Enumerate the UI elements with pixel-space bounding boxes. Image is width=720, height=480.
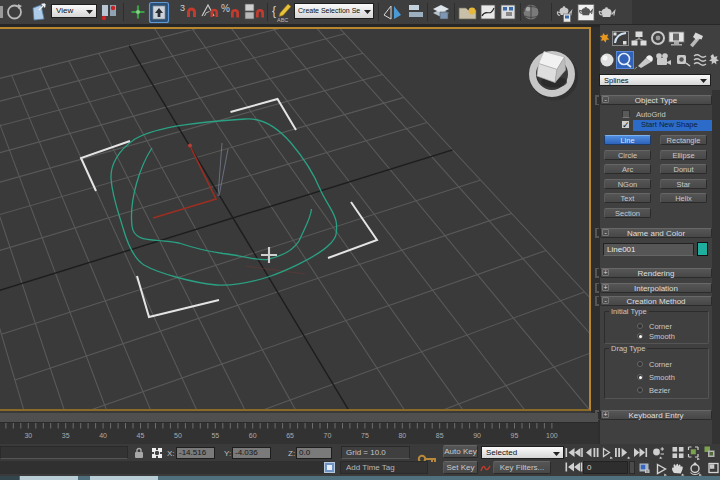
svg-text:95: 95 <box>511 432 519 439</box>
svg-text:50: 50 <box>174 432 182 439</box>
svg-text:75: 75 <box>361 432 369 439</box>
svg-text:70: 70 <box>324 432 332 439</box>
svg-text:55: 55 <box>211 432 219 439</box>
svg-text:80: 80 <box>398 432 406 439</box>
svg-text:90: 90 <box>473 432 481 439</box>
svg-text:ABC: ABC <box>277 17 288 23</box>
svg-text:45: 45 <box>137 432 145 439</box>
svg-text:30: 30 <box>24 432 32 439</box>
svg-text:3: 3 <box>180 3 185 13</box>
svg-text:{: { <box>272 4 276 18</box>
svg-text:85: 85 <box>436 432 444 439</box>
svg-text:65: 65 <box>286 432 294 439</box>
svg-text:%: % <box>221 3 230 14</box>
svg-text:60: 60 <box>249 432 257 439</box>
svg-text:35: 35 <box>62 432 70 439</box>
svg-text:100: 100 <box>546 432 558 439</box>
svg-text:40: 40 <box>99 432 107 439</box>
